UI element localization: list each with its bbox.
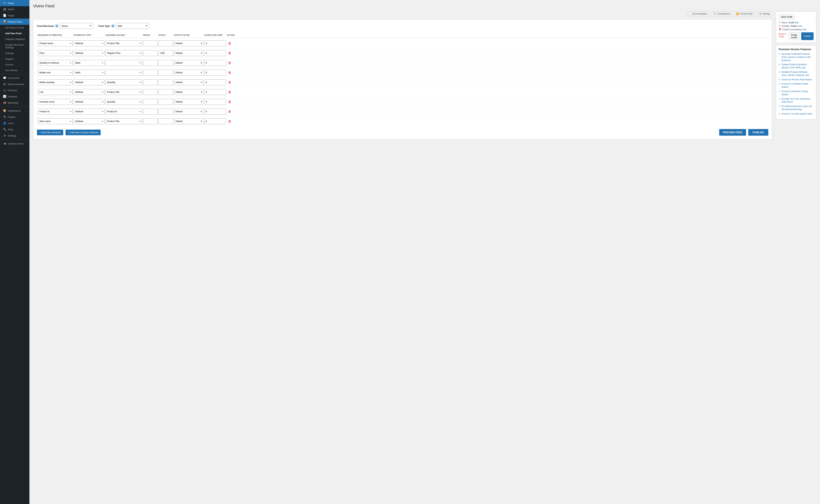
sidebar-item-users[interactable]: 👤 Users <box>0 120 29 126</box>
prefix-input-1[interactable] <box>143 50 158 56</box>
char-limit-input-3[interactable] <box>204 70 226 76</box>
prefix-input-4[interactable] <box>143 79 158 85</box>
attr-type-select-7[interactable]: Attribute <box>73 109 105 115</box>
output-filter-select-5[interactable]: Default <box>174 89 203 95</box>
attr-type-select-3[interactable]: Static <box>73 70 105 76</box>
delete-row-button-8[interactable]: 🗑 <box>227 118 233 124</box>
feed-type-select[interactable]: XML <box>116 23 149 29</box>
delete-row-button-2[interactable]: 🗑 <box>227 60 233 66</box>
sidebar-item-all-feeds[interactable]: All Product Feeds <box>0 25 29 31</box>
assigned-value-select-6[interactable]: Quantity <box>105 99 142 105</box>
sidebar-item-add-new-feed[interactable]: Add New Feed <box>0 31 29 36</box>
merchant-help-icon[interactable]: ? <box>55 24 58 27</box>
save-draft-button[interactable]: Save Draft <box>779 14 795 19</box>
delete-row-button-1[interactable]: 🗑 <box>227 50 233 56</box>
sidebar-item-products[interactable]: 🏷 Products <box>0 87 29 93</box>
assigned-value-select-4[interactable]: Quantity <box>105 79 142 85</box>
required-attr-select-0[interactable]: Product name <box>38 40 73 46</box>
required-attr-select-7[interactable]: Product id <box>38 109 73 115</box>
delete-row-button-7[interactable]: 🗑 <box>227 109 233 115</box>
prefix-input-7[interactable] <box>143 109 158 115</box>
attr-type-select-4[interactable]: Attribute <box>73 79 105 85</box>
required-attr-select-8[interactable]: Wine name <box>38 118 73 124</box>
output-filter-select-0[interactable]: Default <box>174 40 203 46</box>
product-filter-button[interactable]: 🔽 Product Filter <box>734 11 755 16</box>
premium-link-3[interactable]: Access to Product Rule feature <box>782 78 812 81</box>
prefix-input-2[interactable] <box>143 60 158 66</box>
status-edit-link[interactable]: Edit <box>795 21 798 24</box>
sidebar-item-woocommerce[interactable]: 🛒 WooCommerce <box>0 81 29 87</box>
assigned-value-select-8[interactable]: Product Title <box>105 118 142 124</box>
premium-link-1[interactable]: Unique Product Identifiers (Brand, GTIN,… <box>782 63 814 69</box>
purge-cache-button[interactable]: Purge Cache <box>789 32 800 40</box>
char-limit-input-2[interactable] <box>204 60 226 66</box>
assigned-value-select-0[interactable]: Product Title <box>105 40 142 46</box>
required-attr-select-6[interactable]: Inventory count <box>38 99 73 105</box>
char-limit-input-0[interactable] <box>204 40 226 46</box>
output-filter-select-3[interactable]: Default <box>174 70 203 76</box>
premium-link-2[interactable]: Detailed Product Attributes (Size, Gende… <box>782 71 814 77</box>
output-filter-select-8[interactable]: Default <box>174 118 203 124</box>
premium-link-6[interactable]: Exclude Tax From Structured Data Prices <box>782 97 814 104</box>
attr-type-select-5[interactable]: Attribute <box>73 89 105 95</box>
sidebar-item-settings[interactable]: ⚙ Settings <box>0 133 29 139</box>
char-limit-input-8[interactable] <box>204 118 226 124</box>
output-filter-select-1[interactable]: Default <box>174 50 203 56</box>
char-limit-input-4[interactable] <box>204 79 226 85</box>
attr-type-select-6[interactable]: Attribute <box>73 99 105 105</box>
assigned-value-select-2[interactable] <box>105 60 142 66</box>
sidebar-item-analytics[interactable]: 📊 Analytics <box>0 93 29 100</box>
suffix-input-4[interactable] <box>158 79 173 85</box>
suffix-input-8[interactable] <box>158 118 173 124</box>
delete-row-button-5[interactable]: 🗑 <box>227 89 233 95</box>
premium-link-4[interactable]: Access to Combined Fields feature <box>782 82 814 89</box>
output-filter-select-7[interactable]: Default <box>174 109 203 115</box>
sidebar-item-category-mapping[interactable]: Category Mapping <box>0 36 29 42</box>
settings-button[interactable]: ⚙ Settings <box>757 11 772 16</box>
visibility-edit-link[interactable]: Edit <box>798 25 802 27</box>
required-attr-select-2[interactable]: Quantity is minimum <box>38 60 73 66</box>
sidebar-item-collapse[interactable]: ◀ Collapse menu <box>0 140 29 147</box>
char-limit-input-5[interactable] <box>204 89 226 95</box>
delete-row-button-3[interactable]: 🗑 <box>227 70 233 76</box>
add-new-attribute-button[interactable]: + Add New Attribute <box>37 130 63 135</box>
assigned-value-select-3[interactable] <box>105 70 142 76</box>
premium-link-5[interactable]: Access to Dynamic Pricing feature <box>782 90 814 96</box>
prefix-input-8[interactable] <box>143 118 158 124</box>
sidebar-item-plugins[interactable]: 🔌 Plugins <box>0 114 29 120</box>
publish-edit-link[interactable]: Edit <box>803 28 806 31</box>
feed-type-help-icon[interactable]: ? <box>111 24 114 27</box>
assigned-value-select-7[interactable]: Product Id <box>105 109 142 115</box>
sidebar-item-appearance[interactable]: 🎨 Appearance <box>0 108 29 114</box>
premium-link-8[interactable]: Access to an elite support team. <box>782 112 813 115</box>
suffix-input-1[interactable] <box>158 50 173 56</box>
prefix-input-3[interactable] <box>143 70 158 76</box>
prefix-input-6[interactable] <box>143 99 158 105</box>
sidebar-item-get-started[interactable]: Get Started <box>0 67 29 73</box>
attr-type-select-1[interactable]: Attribute <box>73 50 105 56</box>
char-limit-input-1[interactable] <box>204 50 226 56</box>
output-filter-select-2[interactable]: Default <box>174 60 203 66</box>
assigned-value-select-5[interactable]: Product URL <box>105 89 142 95</box>
suffix-input-7[interactable] <box>158 109 173 115</box>
char-limit-input-7[interactable] <box>204 109 226 115</box>
publish-button[interactable]: Publish <box>801 32 814 40</box>
attr-type-select-8[interactable]: Attribute <box>73 118 105 124</box>
suffix-input-6[interactable] <box>158 99 173 105</box>
premium-link-0[interactable]: Generate Unlimited Products (Free versio… <box>782 53 814 62</box>
sidebar-item-posts[interactable]: ✏ Posts <box>0 0 29 6</box>
assigned-value-select-1[interactable]: Regular Price <box>105 50 142 56</box>
required-attr-select-4[interactable]: Bottles quantity <box>38 79 73 85</box>
delete-row-button-0[interactable]: 🗑 <box>227 40 233 46</box>
delete-row-button-4[interactable]: 🗑 <box>227 79 233 85</box>
required-attr-select-3[interactable]: Bottles size <box>38 70 73 76</box>
documentation-button[interactable]: 📄 Documentation <box>687 11 709 16</box>
premium-link-7[interactable]: Fix WooCommerce's (Json-Ld) Structured D… <box>782 105 814 111</box>
delete-row-button-6[interactable]: 🗑 <box>227 99 233 105</box>
sidebar-item-pages[interactable]: 📄 Pages <box>0 12 29 19</box>
sidebar-item-settings-sub[interactable]: Settings <box>0 50 29 56</box>
attr-type-select-0[interactable]: Attribute <box>73 40 105 46</box>
sidebar-item-tools[interactable]: 🔧 Tools <box>0 126 29 133</box>
required-attr-select-1[interactable]: Price <box>38 50 73 56</box>
suffix-input-2[interactable] <box>158 60 173 66</box>
